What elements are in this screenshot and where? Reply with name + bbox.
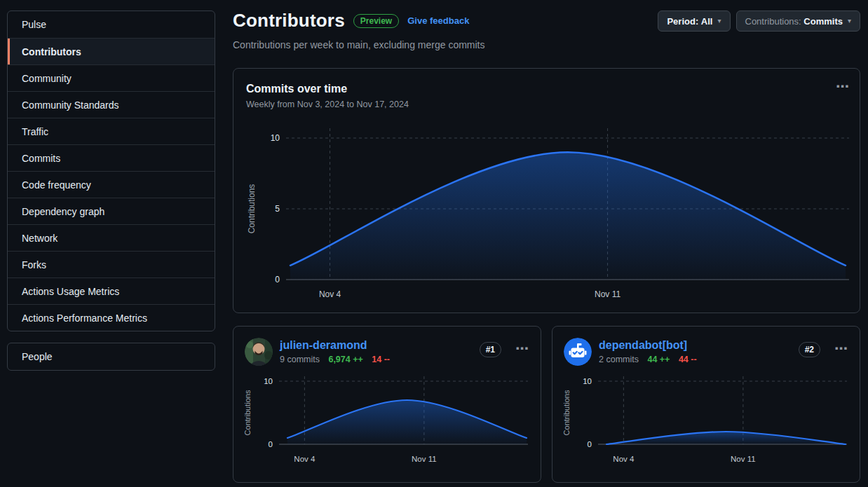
sidebar-item-label: Community Standards: [22, 100, 119, 111]
deletions-count: 14 --: [372, 355, 390, 364]
commits-over-time-card: Commits over time Weekly from Nov 3, 202…: [233, 68, 860, 313]
sidebar-item-label: Dependency graph: [22, 206, 104, 217]
rank-badge: #2: [799, 342, 820, 357]
additions-count: 6,974 ++: [328, 355, 362, 364]
svg-text:Contributions: Contributions: [562, 390, 571, 435]
sidebar-item-label: Network: [22, 233, 57, 244]
svg-text:0: 0: [275, 275, 280, 284]
deletions-count: 44 --: [679, 355, 697, 364]
additions-count: 44 ++: [647, 355, 670, 364]
sidebar-item-label: People: [22, 351, 53, 362]
sidebar-item-label: Forks: [22, 259, 46, 270]
preview-badge: Preview: [353, 14, 399, 28]
sidebar-item-people[interactable]: People: [8, 343, 215, 370]
chart-title: Commits over time: [246, 83, 347, 95]
period-dropdown[interactable]: Period: All ▾: [658, 11, 730, 32]
chevron-down-icon: ▾: [848, 18, 851, 25]
page-title: Contributors: [233, 10, 345, 32]
contributions-label: Contributions:: [745, 16, 801, 27]
avatar[interactable]: [564, 338, 592, 366]
sidebar-item-pulse[interactable]: Pulse: [8, 11, 215, 38]
svg-text:Nov 11: Nov 11: [595, 289, 621, 299]
period-value: All: [701, 16, 713, 27]
insights-sidebar: Pulse Contributors Community Community S…: [7, 11, 215, 331]
kebab-menu-icon[interactable]: ⋯: [515, 342, 529, 355]
sidebar-item-contributors[interactable]: Contributors: [8, 38, 215, 64]
sidebar-item-label: Community: [22, 73, 72, 84]
sidebar-item-network[interactable]: Network: [8, 224, 215, 251]
chart-subtitle: Weekly from Nov 3, 2024 to Nov 17, 2024: [246, 100, 409, 109]
contributor-stats: 9 commits 6,974 ++ 14 --: [280, 355, 390, 364]
chevron-down-icon: ▾: [717, 18, 721, 25]
contributions-dropdown[interactable]: Contributions: Commits ▾: [736, 11, 861, 32]
contributor-chart[interactable]: Nov 4Nov 11010Contributions: [552, 374, 861, 476]
svg-text:Nov 4: Nov 4: [613, 455, 635, 463]
sidebar-item-forks[interactable]: Forks: [8, 251, 215, 277]
people-sidebar: People: [7, 343, 215, 371]
sidebar-item-label: Pulse: [22, 19, 46, 30]
sidebar-item-actions-performance-metrics[interactable]: Actions Performance Metrics: [8, 304, 215, 331]
avatar[interactable]: [245, 338, 273, 366]
active-indicator: [8, 39, 10, 64]
sidebar-item-label: Actions Performance Metrics: [22, 313, 147, 324]
sidebar-item-label: Commits: [22, 153, 60, 164]
sidebar-item-commits[interactable]: Commits: [8, 144, 215, 171]
svg-text:Nov 11: Nov 11: [731, 455, 756, 463]
give-feedback-link[interactable]: Give feedback: [407, 15, 469, 26]
svg-text:Nov 4: Nov 4: [319, 289, 341, 299]
user-photo: [245, 338, 273, 366]
svg-text:0: 0: [269, 440, 273, 448]
contributor-card: julien-deramond 9 commits 6,974 ++ 14 --…: [233, 326, 541, 483]
sidebar-item-actions-usage-metrics[interactable]: Actions Usage Metrics: [8, 277, 215, 304]
sidebar-item-traffic[interactable]: Traffic: [8, 118, 215, 144]
contributions-value: Commits: [803, 16, 843, 27]
sidebar-item-label: Code frequency: [22, 179, 91, 191]
svg-text:10: 10: [583, 377, 592, 385]
svg-text:Nov 4: Nov 4: [294, 455, 316, 463]
contributor-chart[interactable]: Nov 4Nov 11010Contributions: [233, 374, 542, 476]
sidebar-item-code-frequency[interactable]: Code frequency: [8, 171, 215, 198]
svg-text:5: 5: [275, 204, 280, 214]
commits-over-time-chart[interactable]: Nov 4Nov 110510Contributions: [233, 120, 861, 309]
svg-text:0: 0: [588, 440, 592, 448]
svg-text:Contributions: Contributions: [247, 184, 257, 234]
filters-toolbar: Period: All ▾ Contributions: Commits ▾: [658, 11, 860, 32]
sidebar-item-label: Contributors: [22, 46, 81, 57]
contributor-name-link[interactable]: dependabot[bot]: [599, 339, 687, 352]
rank-badge: #1: [480, 342, 501, 357]
commit-count: 9 commits: [280, 355, 320, 364]
kebab-menu-icon[interactable]: ⋯: [834, 342, 848, 355]
contributor-card: dependabot[bot] 2 commits 44 ++ 44 -- #2…: [552, 326, 860, 483]
svg-text:Contributions: Contributions: [243, 390, 252, 435]
kebab-menu-icon[interactable]: ⋯: [836, 80, 850, 93]
svg-text:Nov 11: Nov 11: [412, 455, 437, 463]
sidebar-item-label: Actions Usage Metrics: [22, 286, 119, 297]
sidebar-item-dependency-graph[interactable]: Dependency graph: [8, 198, 215, 224]
page-subtitle: Contributions per week to main, excludin…: [233, 39, 485, 50]
dependabot-icon: [564, 338, 592, 366]
sidebar-item-community[interactable]: Community: [8, 64, 215, 91]
contributor-stats: 2 commits 44 ++ 44 --: [599, 355, 697, 364]
page-header: Contributors Preview Give feedback Contr…: [233, 10, 485, 50]
contributor-name-link[interactable]: julien-deramond: [280, 339, 367, 352]
svg-text:10: 10: [264, 377, 273, 385]
sidebar-item-community-standards[interactable]: Community Standards: [8, 91, 215, 118]
period-label: Period:: [667, 16, 698, 27]
sidebar-item-label: Traffic: [22, 126, 48, 137]
commit-count: 2 commits: [599, 355, 639, 364]
svg-text:10: 10: [271, 133, 280, 143]
